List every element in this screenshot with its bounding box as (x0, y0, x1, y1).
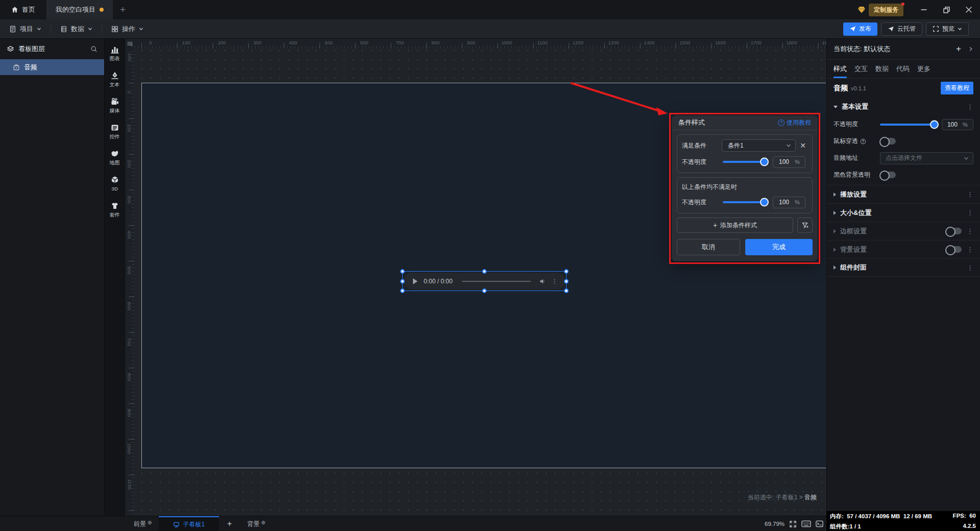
section-component-cover[interactable]: 组件封面 ⋮ (827, 258, 980, 277)
current-state-label: 当前状态: 默认状态 (834, 44, 890, 54)
section-play-settings[interactable]: 播放设置 ⋮ (827, 185, 980, 203)
remove-condition-icon[interactable]: ✕ (798, 141, 807, 150)
search-icon[interactable] (90, 45, 97, 53)
chevron-right-icon[interactable] (968, 46, 973, 52)
menu-action[interactable]: 操作 (102, 23, 153, 35)
done-button[interactable]: 完成 (745, 239, 813, 255)
menu-data[interactable]: 数据 (51, 23, 102, 35)
help-circle-icon[interactable] (860, 138, 866, 144)
fallback-opacity-value: 100 (773, 199, 795, 206)
mouse-through-row: 鼠标穿透 (827, 133, 980, 150)
audio-menu-icon[interactable]: ⋮ (551, 278, 558, 284)
new-tab-button[interactable]: + (113, 0, 133, 19)
fallback-opacity-label: 不透明度 (682, 198, 722, 207)
rail-item-text[interactable]: 文本 (105, 71, 125, 97)
terminal-icon[interactable] (816, 520, 823, 527)
add-state-button[interactable]: + (956, 44, 961, 54)
border-settings-toggle[interactable] (946, 228, 962, 234)
rail-item-3d[interactable]: 3D (105, 175, 125, 201)
tab-data[interactable]: 数据 (875, 60, 889, 78)
view-tutorial-button[interactable]: 查看教程 (941, 82, 973, 94)
resize-handle-se[interactable] (564, 288, 569, 293)
custom-service-badge[interactable]: 定制服务 (869, 4, 903, 16)
audio-progress-track[interactable] (462, 281, 531, 282)
black-bg-toggle[interactable] (880, 172, 896, 178)
section-background-settings[interactable]: 背景设置 ⋮ (827, 240, 980, 258)
chart-icon (110, 45, 119, 54)
section-menu-icon[interactable]: ⋮ (967, 228, 973, 234)
resize-handle-s[interactable] (482, 288, 487, 293)
publish-button[interactable]: 发布 (843, 22, 877, 36)
tab-code[interactable]: 代码 (896, 60, 910, 78)
cancel-button[interactable]: 取消 (677, 239, 740, 255)
rail-item-controls[interactable]: 控件 (105, 123, 125, 149)
close-button[interactable] (958, 0, 980, 19)
resize-handle-e[interactable] (564, 279, 569, 283)
ruler-corner-toggle[interactable] (125, 39, 134, 49)
basic-settings-title: 基本设置 (842, 102, 868, 111)
modal-header: 条件样式 ? 使用教程 (672, 115, 818, 130)
rail-item-map[interactable]: 地图 (105, 149, 125, 175)
tab-home[interactable]: 首页 (0, 0, 46, 19)
opacity-input[interactable]: 100 % (773, 156, 805, 168)
audio-file-select[interactable]: 点击选择文件 (880, 152, 973, 164)
resize-handle-ne[interactable] (564, 269, 569, 274)
canvas[interactable]: 0100200300400500600700800900100011001200… (125, 39, 826, 516)
caret-right-icon (834, 229, 836, 233)
mouse-through-toggle[interactable] (880, 138, 896, 144)
foreground-tab[interactable]: 前景⊕ (127, 516, 159, 531)
section-border-settings[interactable]: 边框设置 ⋮ (827, 222, 980, 240)
resize-handle-nw[interactable] (400, 269, 405, 274)
subboard-tab[interactable]: 子看板1 (159, 516, 219, 531)
play-icon[interactable] (413, 278, 418, 284)
fit-screen-icon[interactable] (789, 520, 797, 528)
preview-button[interactable]: 预览 (926, 22, 969, 36)
minimize-button[interactable] (913, 0, 935, 19)
section-menu-icon[interactable]: ⋮ (967, 209, 973, 216)
section-size-position[interactable]: 大小&位置 ⋮ (827, 203, 980, 222)
add-circle-icon[interactable]: ⊕ (261, 520, 265, 525)
condition-select[interactable]: 条件1 (722, 139, 796, 152)
fallback-opacity-input[interactable]: 100 % (773, 197, 805, 208)
tab-more[interactable]: 更多 (917, 60, 930, 78)
gem-icon (857, 6, 866, 14)
conditional-style-modal: 条件样式 ? 使用教程 满足条件 条件1 ✕ (672, 115, 818, 261)
rail-item-kit[interactable]: 套件 (105, 201, 125, 227)
tab-interaction[interactable]: 交互 (854, 60, 868, 78)
section-menu-icon[interactable]: ⋮ (967, 104, 973, 110)
section-menu-icon[interactable]: ⋮ (967, 246, 973, 253)
section-menu-icon[interactable]: ⋮ (967, 264, 973, 271)
chevron-down-icon (139, 27, 143, 31)
tutorial-link[interactable]: ? 使用教程 (778, 118, 811, 127)
tab-style[interactable]: 样式 (834, 60, 847, 78)
restore-button[interactable] (935, 0, 958, 19)
board-icon (173, 521, 180, 528)
cloud-host-button[interactable]: 云托管 (881, 22, 922, 36)
menu-project[interactable]: 项目 (0, 23, 51, 35)
keyboard-icon[interactable] (801, 520, 811, 527)
background-tab[interactable]: 背景⊕ (240, 516, 272, 531)
tab-current-project[interactable]: 我的空白项目 (46, 0, 113, 19)
add-condition-label: 添加条件样式 (720, 221, 757, 230)
audio-player[interactable]: 0:00 / 0:00 ⋮ (404, 273, 565, 289)
resize-handle-sw[interactable] (400, 288, 405, 293)
fallback-opacity-slider[interactable] (723, 201, 766, 203)
resize-handle-w[interactable] (400, 279, 405, 283)
background-settings-toggle[interactable] (946, 246, 962, 253)
filter-test-button[interactable] (797, 218, 813, 233)
rail-item-charts[interactable]: 图表 (105, 45, 125, 71)
add-board-button[interactable]: + (219, 516, 240, 531)
layer-item-audio[interactable]: 音频 (0, 59, 104, 75)
add-circle-icon[interactable]: ⊕ (148, 520, 152, 525)
basic-settings-header[interactable]: 基本设置 ⋮ (827, 98, 980, 116)
selection-status-target: 音频 (804, 494, 817, 501)
resize-handle-n[interactable] (482, 269, 487, 274)
rail-item-media[interactable]: 媒体 (105, 97, 125, 123)
audio-component-selection[interactable]: 0:00 / 0:00 ⋮ (402, 271, 567, 291)
panel-opacity-slider[interactable] (880, 124, 936, 126)
volume-icon[interactable] (539, 278, 546, 285)
section-menu-icon[interactable]: ⋮ (967, 191, 973, 198)
add-condition-button[interactable]: + 添加条件样式 (677, 218, 793, 233)
panel-opacity-input[interactable]: 100 % (942, 119, 973, 130)
opacity-slider[interactable] (723, 161, 766, 163)
